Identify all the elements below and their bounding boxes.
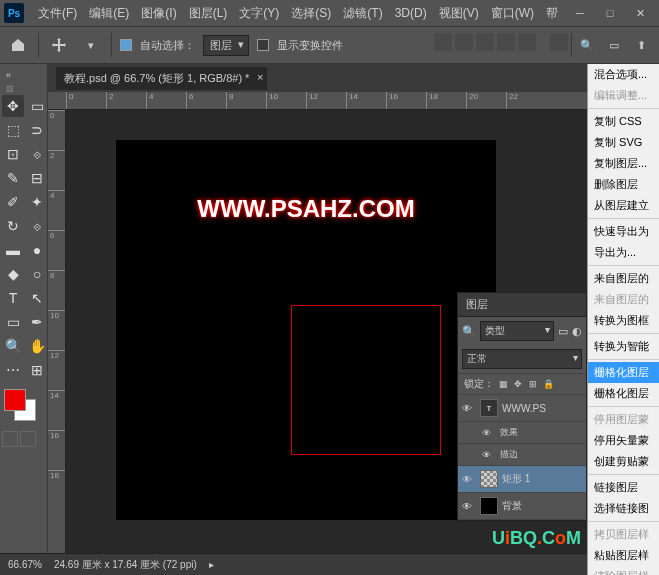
visibility-icon[interactable]: 👁 (462, 474, 476, 485)
color-swatches[interactable] (2, 389, 45, 425)
edit-toolbar[interactable]: ⊞ (26, 359, 48, 381)
layer-thumbnail[interactable] (480, 497, 498, 515)
layer-item[interactable]: 👁 矩形 1 (458, 466, 586, 493)
filter-type-select[interactable]: 类型 (480, 321, 554, 341)
lock-artboard-icon[interactable]: ⊞ (527, 378, 539, 390)
quick-mask-icon[interactable] (2, 431, 18, 447)
foreground-color[interactable] (4, 389, 26, 411)
layer-stroke[interactable]: 👁 描边 (458, 444, 586, 466)
zoom-tool[interactable]: 🔍 (2, 335, 24, 357)
context-menu-item[interactable]: 转换为图框 (588, 310, 659, 331)
context-menu-item[interactable]: 栅格化图层 (588, 383, 659, 404)
brush-tool[interactable]: ✐ (2, 191, 24, 213)
layer-item[interactable]: 👁 T WWW.PS (458, 395, 586, 422)
blur-tool[interactable]: ● (26, 239, 48, 261)
eyedropper-tool[interactable]: ✎ (2, 167, 24, 189)
dropdown-icon[interactable]: ▾ (79, 33, 103, 57)
align-icon[interactable] (497, 33, 515, 51)
quick-select-tool[interactable]: ⟐ (26, 143, 48, 165)
move-tool-icon[interactable] (47, 33, 71, 57)
document-tab[interactable]: 教程.psd @ 66.7% (矩形 1, RGB/8#) * × (56, 67, 267, 90)
menu-filter[interactable]: 滤镜(T) (337, 1, 388, 26)
window-maximize[interactable]: □ (595, 3, 625, 23)
menu-select[interactable]: 选择(S) (285, 1, 337, 26)
menu-help[interactable]: 帮 (540, 1, 564, 26)
marquee-tool[interactable]: ⬚ (2, 119, 24, 141)
spot-heal-tool[interactable]: ✦ (26, 191, 48, 213)
align-icon[interactable] (476, 33, 494, 51)
path-tool[interactable]: ↖ (26, 287, 48, 309)
lock-position-icon[interactable]: ✥ (512, 378, 524, 390)
align-icon[interactable] (518, 33, 536, 51)
more-tool[interactable]: ⋯ (2, 359, 24, 381)
menu-edit[interactable]: 编辑(E) (83, 1, 135, 26)
auto-select-checkbox[interactable] (120, 39, 132, 51)
workspace-icon[interactable]: ▭ (602, 33, 626, 57)
layer-thumbnail[interactable]: T (480, 399, 498, 417)
canvas-text-layer[interactable]: WWW.PSAHZ.COM (116, 195, 496, 223)
home-icon[interactable] (6, 33, 30, 57)
context-menu-item[interactable]: 转换为智能 (588, 336, 659, 357)
lock-all-icon[interactable]: 🔒 (542, 378, 554, 390)
blend-mode-select[interactable]: 正常 (462, 349, 582, 369)
menu-view[interactable]: 视图(V) (433, 1, 485, 26)
menu-type[interactable]: 文字(Y) (233, 1, 285, 26)
context-menu-item[interactable]: 创建剪贴蒙 (588, 451, 659, 472)
visibility-icon[interactable]: 👁 (482, 450, 496, 460)
screen-mode-icon[interactable] (20, 431, 36, 447)
context-menu-item[interactable]: 从图层建立 (588, 195, 659, 216)
artboard-tool[interactable]: ▭ (26, 95, 48, 117)
tool-preset[interactable]: ▧ (2, 82, 45, 95)
collapse-icon[interactable]: « (2, 68, 45, 82)
canvas-rect-layer[interactable] (291, 305, 441, 455)
auto-select-target[interactable]: 图层 (203, 35, 249, 56)
menu-layer[interactable]: 图层(L) (183, 1, 234, 26)
zoom-level[interactable]: 66.67% (8, 559, 42, 570)
visibility-icon[interactable]: 👁 (462, 501, 476, 512)
window-minimize[interactable]: ─ (565, 3, 595, 23)
hand-tool[interactable]: ✋ (26, 335, 48, 357)
eraser-tool[interactable]: ◆ (2, 263, 24, 285)
filter-adjust-icon[interactable]: ◐ (572, 325, 582, 338)
history-brush-tool[interactable]: ↻ (2, 215, 24, 237)
layers-panel[interactable]: 图层 🔍 类型 ▭ ◐ 正常 锁定： ▦ ✥ ⊞ 🔒 👁 T (457, 292, 587, 521)
clone-tool[interactable]: ⟐ (26, 215, 48, 237)
visibility-icon[interactable]: 👁 (462, 403, 476, 414)
shape-tool[interactable]: ▭ (2, 311, 24, 333)
lasso-tool[interactable]: ⊃ (26, 119, 48, 141)
context-menu-item[interactable]: 混合选项... (588, 64, 659, 85)
artboard[interactable]: WWW.PSAHZ.COM (116, 140, 496, 520)
context-menu-item[interactable]: 导出为... (588, 242, 659, 263)
visibility-icon[interactable]: 👁 (482, 428, 496, 438)
context-menu-item[interactable]: 栅格化图层 (588, 362, 659, 383)
context-menu-item[interactable]: 快速导出为 (588, 221, 659, 242)
show-transform-checkbox[interactable] (257, 39, 269, 51)
crop-tool[interactable]: ⊟ (26, 167, 48, 189)
layer-thumbnail[interactable] (480, 470, 498, 488)
menu-file[interactable]: 文件(F) (32, 1, 83, 26)
gradient-tool[interactable]: ▬ (2, 239, 24, 261)
align-icon[interactable] (455, 33, 473, 51)
menu-3d[interactable]: 3D(D) (389, 2, 433, 24)
context-menu-item[interactable]: 停用矢量蒙 (588, 430, 659, 451)
search-icon[interactable]: 🔍 (462, 325, 476, 338)
frame-tool[interactable]: ⊡ (2, 143, 24, 165)
context-menu-item[interactable]: 复制 SVG (588, 132, 659, 153)
menu-image[interactable]: 图像(I) (135, 1, 182, 26)
filter-pixel-icon[interactable]: ▭ (558, 325, 568, 338)
align-icon[interactable] (434, 33, 452, 51)
menu-window[interactable]: 窗口(W) (485, 1, 540, 26)
context-menu[interactable]: 混合选项...编辑调整...复制 CSS复制 SVG复制图层...删除图层从图层… (587, 64, 659, 575)
context-menu-item[interactable]: 选择链接图 (588, 498, 659, 519)
context-menu-item[interactable]: 链接图层 (588, 477, 659, 498)
type-tool[interactable]: T (2, 287, 24, 309)
window-close[interactable]: ✕ (625, 3, 655, 23)
share-icon[interactable]: ⬆ (629, 33, 653, 57)
context-menu-item[interactable]: 粘贴图层样 (588, 545, 659, 566)
dodge-tool[interactable]: ○ (26, 263, 48, 285)
search-icon[interactable]: 🔍 (575, 33, 599, 57)
context-menu-item[interactable]: 删除图层 (588, 174, 659, 195)
pen-tool[interactable]: ✒ (26, 311, 48, 333)
context-menu-item[interactable]: 复制图层... (588, 153, 659, 174)
close-tab-icon[interactable]: × (257, 71, 263, 83)
